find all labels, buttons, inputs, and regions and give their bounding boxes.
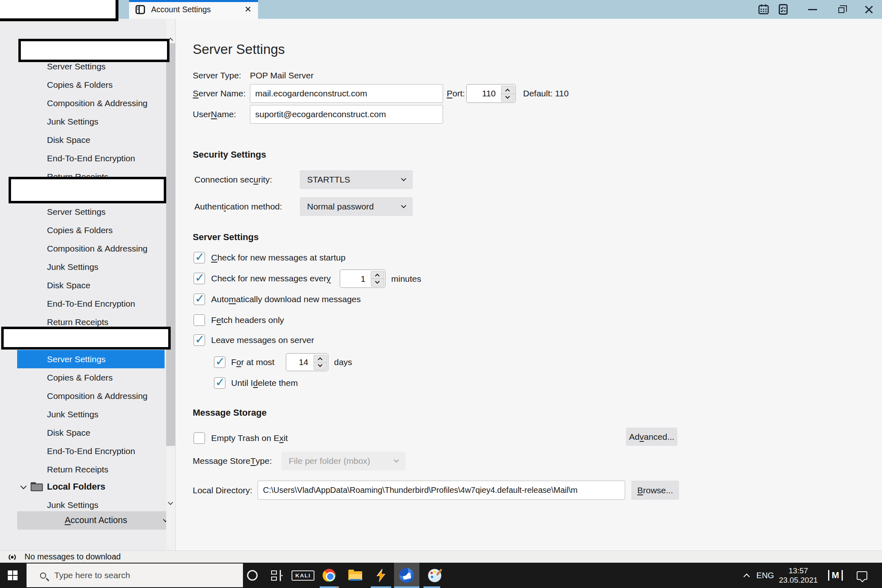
sidebar-item-local-folders[interactable]: Local Folders [17, 478, 165, 496]
show-hidden-icons-button[interactable] [738, 563, 755, 588]
file-explorer-button[interactable] [343, 563, 368, 588]
port-default-label: Default: 110 [523, 84, 569, 103]
task-view-button[interactable] [264, 563, 290, 588]
calendar-icon[interactable] [755, 0, 772, 19]
empty-trash-checkbox[interactable] [194, 432, 205, 444]
user-name-input[interactable] [250, 105, 443, 124]
language-indicator[interactable]: ENG [755, 563, 776, 588]
sidebar-item-copies-folders[interactable]: Copies & Folders [17, 368, 165, 387]
authentication-method-select[interactable]: Normal password [300, 197, 413, 216]
days-spinner[interactable] [286, 353, 328, 371]
empty-trash-label: Empty Trash on Exit [211, 430, 288, 446]
cortana-icon [247, 570, 258, 581]
sidebar-item-disk-space[interactable]: Disk Space [17, 131, 165, 149]
start-button[interactable] [0, 563, 25, 588]
sidebar-item-junk-settings[interactable]: Junk Settings [17, 258, 165, 276]
check-startup-checkbox[interactable] [194, 252, 205, 263]
cortana-button[interactable] [240, 563, 265, 588]
tab-close-icon[interactable]: ✕ [244, 0, 252, 19]
authentication-method-label: Authentication method: [194, 197, 282, 216]
message-store-type-select: File per folder (mbox) [281, 452, 405, 470]
sidebar-item-composition-addressing[interactable]: Composition & Addressing [17, 239, 165, 258]
auto-download-checkbox[interactable] [194, 294, 205, 305]
server-name-input[interactable] [250, 84, 443, 103]
account-settings-sidebar: Server SettingsCopies & FoldersCompositi… [0, 19, 176, 550]
kali-linux-button[interactable]: KALI [290, 563, 316, 588]
tray-app-icon [828, 570, 843, 581]
sidebar-item-server-settings[interactable]: Server Settings [17, 203, 165, 221]
sidebar-item-disk-space[interactable]: Disk Space [17, 276, 165, 294]
for-at-most-checkbox[interactable] [214, 356, 225, 368]
chrome-icon [323, 569, 336, 582]
chevron-down-icon[interactable] [20, 483, 27, 489]
minutes-increment-button[interactable] [371, 272, 384, 279]
chrome-button[interactable] [316, 563, 342, 588]
port-decrement-button[interactable] [501, 94, 514, 101]
days-increment-button[interactable] [314, 355, 327, 362]
server-name-label: Server Name: [193, 84, 246, 103]
clock[interactable]: 13:57 23.05.2021 [777, 563, 820, 588]
sidebar-item-junk-settings[interactable]: Junk Settings [17, 405, 165, 423]
connection-security-value: STARTTLS [307, 175, 350, 185]
status-message: No messages to download [24, 552, 121, 561]
minutes-decrement-button[interactable] [371, 278, 384, 286]
sidebar-item-composition-addressing[interactable]: Composition & Addressing [17, 94, 165, 112]
sidebar-item-composition-addressing[interactable]: Composition & Addressing [17, 387, 165, 405]
sidebar-item-junk-settings[interactable]: Junk Settings [17, 112, 165, 131]
winamp-icon [375, 568, 387, 582]
close-icon[interactable] [860, 0, 878, 19]
chevron-down-icon [401, 203, 406, 208]
check-every-input[interactable] [340, 270, 370, 287]
local-directory-input[interactable] [258, 481, 625, 500]
check-every-spinner[interactable] [340, 270, 385, 288]
tab-account-settings[interactable]: Account Settings ✕ [129, 0, 258, 19]
sidebar-scrollbar[interactable] [166, 19, 175, 550]
paint-button[interactable] [422, 563, 447, 588]
sidebar-item-end-to-end-encryption[interactable]: End-To-End Encryption [17, 294, 165, 313]
check-every-label: Check for new messages every [211, 270, 331, 287]
scroll-down-icon[interactable] [168, 500, 173, 505]
winamp-button[interactable] [368, 563, 394, 588]
thunderbird-button[interactable] [394, 563, 419, 588]
page-title: Server Settings [193, 42, 285, 57]
sidebar-item-server-settings[interactable]: Server Settings [17, 350, 165, 368]
tray-app-button[interactable] [824, 563, 847, 588]
tasks-icon[interactable] [775, 0, 791, 19]
redaction-box-account-3 [1, 327, 171, 350]
port-spinner[interactable] [466, 84, 516, 103]
browse-button[interactable]: Browse... [631, 481, 679, 500]
scrollbar-thumb[interactable] [166, 43, 175, 446]
user-name-label: User Name: [193, 105, 236, 124]
connection-security-select[interactable]: STARTTLS [300, 170, 413, 189]
leave-on-server-label: Leave messages on server [211, 332, 314, 348]
account-group-1: Server SettingsCopies & FoldersCompositi… [17, 57, 165, 186]
days-decrement-button[interactable] [314, 362, 327, 370]
fetch-headers-checkbox[interactable] [194, 314, 205, 326]
auto-download-label: Automatically download new messages [211, 291, 361, 307]
message-storage-heading: Message Storage [193, 408, 267, 418]
sidebar-item-copies-folders[interactable]: Copies & Folders [17, 221, 165, 239]
sidebar-item-disk-space[interactable]: Disk Space [17, 423, 165, 442]
advanced-button[interactable]: Advanced... [626, 428, 677, 446]
sidebar-item-end-to-end-encryption[interactable]: End-To-End Encryption [17, 442, 165, 460]
taskbar-search[interactable] [27, 564, 243, 587]
search-input[interactable] [54, 570, 218, 580]
redaction-box-account-1 [18, 39, 169, 62]
check-every-checkbox[interactable] [194, 273, 205, 284]
until-delete-checkbox[interactable] [214, 377, 225, 389]
file-explorer-icon [348, 570, 362, 581]
days-input[interactable] [286, 354, 312, 371]
account-actions-button[interactable]: Account Actions [17, 511, 175, 530]
action-center-button[interactable] [852, 563, 872, 588]
minimize-icon[interactable] [804, 0, 822, 19]
port-increment-button[interactable] [501, 86, 514, 94]
server-type-value: POP Mail Server [250, 69, 314, 82]
security-settings-heading: Security Settings [193, 149, 266, 160]
restore-icon[interactable] [832, 0, 850, 19]
redaction-box-account-2 [9, 177, 166, 203]
sidebar-item-copies-folders[interactable]: Copies & Folders [17, 76, 165, 94]
port-input[interactable] [467, 85, 500, 102]
sidebar-item-end-to-end-encryption[interactable]: End-To-End Encryption [17, 149, 165, 167]
leave-on-server-checkbox[interactable] [194, 334, 205, 346]
sidebar-item-return-receipts[interactable]: Return Receipts [17, 460, 165, 479]
